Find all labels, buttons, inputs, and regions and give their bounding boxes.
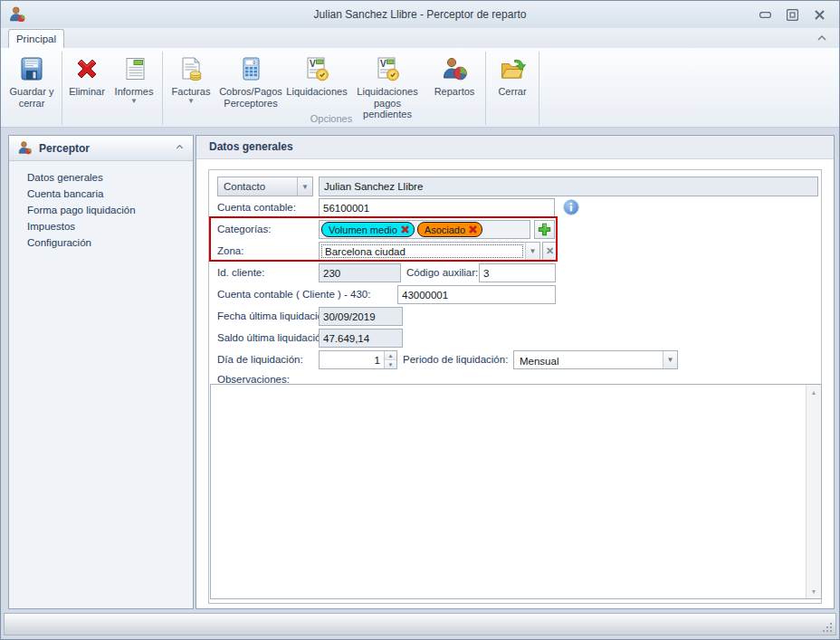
minimize-button[interactable] bbox=[758, 8, 772, 21]
ribbon-button-eliminar[interactable]: Eliminar bbox=[65, 51, 109, 127]
contacto-value-field: Julian Sanchez Llibre bbox=[319, 177, 818, 196]
sidebar-item-datos-generales[interactable]: Datos generales bbox=[9, 169, 193, 186]
ribbon-button-cerrar[interactable]: Cerrar bbox=[489, 51, 536, 127]
remove-tag-icon[interactable] bbox=[400, 224, 410, 234]
cuenta-contable-cliente-input[interactable] bbox=[397, 285, 556, 304]
ribbon-group-divider bbox=[539, 52, 539, 125]
save-icon bbox=[16, 53, 47, 84]
resize-grip[interactable] bbox=[822, 622, 833, 633]
observaciones-field: ▲ ▼ bbox=[210, 384, 822, 599]
fecha-ultima-liquidacion-label: Fecha última liquidación: bbox=[217, 307, 332, 326]
perceptor-person-icon bbox=[17, 140, 33, 156]
delete-icon bbox=[72, 53, 102, 84]
vertical-scrollbar[interactable]: ▲ ▼ bbox=[806, 385, 821, 598]
ribbon-button-label: Repartos bbox=[434, 86, 475, 98]
settlement-icon: V bbox=[301, 53, 332, 84]
sidebar-header-label: Perceptor bbox=[39, 142, 90, 155]
chevron-down-icon[interactable]: ▼ bbox=[663, 351, 677, 368]
id-cliente-label: Id. cliente: bbox=[217, 263, 264, 282]
tag-volumen-medio[interactable]: Volumen medio bbox=[321, 222, 415, 237]
contacto-dropdown-button[interactable]: Contacto ▼ bbox=[217, 177, 313, 196]
dropdown-arrow-icon: ▼ bbox=[130, 99, 138, 104]
scroll-down-icon[interactable]: ▼ bbox=[807, 584, 821, 598]
scroll-up-icon[interactable]: ▲ bbox=[807, 385, 821, 399]
fecha-ultima-liquidacion-field bbox=[319, 307, 403, 326]
sidebar-header[interactable]: Perceptor bbox=[9, 136, 193, 161]
calculator-icon: 0 bbox=[235, 53, 266, 84]
ribbon-button-label: Eliminar bbox=[69, 86, 105, 98]
sidebar-item-configuracion[interactable]: Configuración bbox=[9, 234, 193, 251]
invoices-icon bbox=[176, 53, 206, 84]
codigo-auxiliar-label: Código auxiliar: bbox=[406, 263, 478, 282]
close-folder-icon bbox=[497, 53, 528, 84]
ribbon-button-label: Facturas bbox=[172, 86, 211, 98]
spin-down-icon[interactable]: ▼ bbox=[385, 359, 396, 368]
periodo-liquidacion-value: Mensual bbox=[516, 353, 661, 367]
add-category-button[interactable] bbox=[534, 220, 555, 239]
svg-text:0: 0 bbox=[253, 60, 255, 65]
main-panel: Datos generales Contacto ▼ Julian Sanche… bbox=[196, 135, 835, 609]
ribbon: Guardar y cerrar Eliminar Info bbox=[1, 48, 839, 128]
sidebar-item-cuenta-bancaria[interactable]: Cuenta bancaria bbox=[9, 186, 193, 202]
chevron-down-icon: ▼ bbox=[297, 177, 312, 196]
sidebar-item-impuestos[interactable]: Impuestos bbox=[9, 218, 193, 234]
observaciones-textarea[interactable] bbox=[211, 385, 807, 598]
cuenta-contable-input[interactable] bbox=[319, 198, 555, 217]
zona-value: Barcelona ciudad bbox=[321, 244, 523, 258]
ribbon-group-divider bbox=[62, 52, 62, 125]
ribbon-group-divider bbox=[162, 52, 163, 125]
dia-liquidacion-label: Día de liquidación: bbox=[217, 350, 303, 369]
reports-icon bbox=[119, 53, 149, 84]
cuenta-contable-label: Cuenta contable: bbox=[217, 198, 296, 217]
ribbon-button-label: Cerrar bbox=[498, 86, 526, 98]
ribbon-button-informes[interactable]: Informes ▼ bbox=[109, 51, 159, 127]
ribbon-button-label: Cobros/Pagos Perceptores bbox=[216, 86, 285, 109]
info-icon[interactable] bbox=[563, 199, 579, 215]
periodo-liquidacion-combobox[interactable]: Mensual ▼ bbox=[513, 350, 678, 369]
page-title: Datos generales bbox=[196, 136, 834, 159]
ribbon-tabstrip: Principal bbox=[1, 28, 839, 48]
sidebar-item-forma-pago-liquidacion[interactable]: Forma pago liquidación bbox=[9, 202, 193, 218]
clear-zona-button[interactable]: ✕ bbox=[542, 242, 558, 261]
remove-tag-icon[interactable] bbox=[468, 224, 478, 234]
ribbon-button-label: Informes bbox=[115, 86, 154, 98]
settlement-pending-icon: V bbox=[372, 53, 403, 84]
tag-asociado[interactable]: Asociado bbox=[417, 222, 482, 237]
ribbon-button-label: Liquidaciones bbox=[286, 86, 347, 98]
titlebar: Julian Sanchez Llibre - Perceptor de rep… bbox=[1, 1, 839, 28]
svg-text:V: V bbox=[310, 59, 316, 69]
tab-principal[interactable]: Principal bbox=[8, 29, 64, 48]
contacto-button-label: Contacto bbox=[218, 181, 297, 192]
periodo-liquidacion-label: Periodo de liquidación: bbox=[403, 350, 508, 369]
spin-up-icon[interactable]: ▲ bbox=[385, 351, 396, 359]
saldo-ultima-liquidacion-label: Saldo última liquidación: bbox=[217, 329, 329, 348]
collapse-chevron-icon[interactable] bbox=[175, 142, 185, 155]
dia-liquidacion-spinner[interactable]: ▲ ▼ bbox=[319, 350, 397, 369]
maximize-button[interactable] bbox=[785, 8, 799, 21]
svg-text:V: V bbox=[380, 59, 387, 69]
id-cliente-field bbox=[319, 263, 401, 282]
chevron-down-icon[interactable]: ▼ bbox=[525, 243, 539, 260]
tag-label: Asociado bbox=[425, 224, 465, 235]
dropdown-arrow-icon: ▼ bbox=[187, 99, 195, 104]
close-button[interactable] bbox=[812, 8, 826, 21]
dia-liquidacion-input[interactable] bbox=[320, 351, 384, 368]
form-groupbox: Contacto ▼ Julian Sanchez Llibre Cuenta … bbox=[208, 169, 822, 604]
saldo-ultima-liquidacion-field bbox=[319, 329, 403, 348]
tag-label: Volumen medio bbox=[329, 224, 397, 235]
zona-combobox[interactable]: Barcelona ciudad ▼ bbox=[319, 242, 540, 261]
ribbon-button-guardar-y-cerrar[interactable]: Guardar y cerrar bbox=[5, 51, 59, 127]
ribbon-group-label: Opciones bbox=[167, 113, 495, 124]
ribbon-button-label: Guardar y cerrar bbox=[5, 86, 59, 109]
categorias-tagfield[interactable]: Volumen medio Asociado bbox=[319, 220, 530, 239]
categorias-label: Categorías: bbox=[217, 220, 271, 239]
app-window: Julian Sanchez Llibre - Perceptor de rep… bbox=[0, 0, 840, 640]
window-title: Julian Sanchez Llibre - Perceptor de rep… bbox=[1, 8, 839, 21]
zona-label: Zona: bbox=[217, 242, 243, 261]
ribbon-collapse-chevron-icon[interactable] bbox=[816, 32, 828, 44]
cuenta-contable-cliente-label: Cuenta contable ( Cliente ) - 430: bbox=[217, 285, 370, 304]
status-bar bbox=[4, 613, 836, 635]
codigo-auxiliar-input[interactable] bbox=[479, 263, 556, 282]
distribution-icon bbox=[439, 53, 470, 84]
plus-icon bbox=[537, 222, 552, 237]
